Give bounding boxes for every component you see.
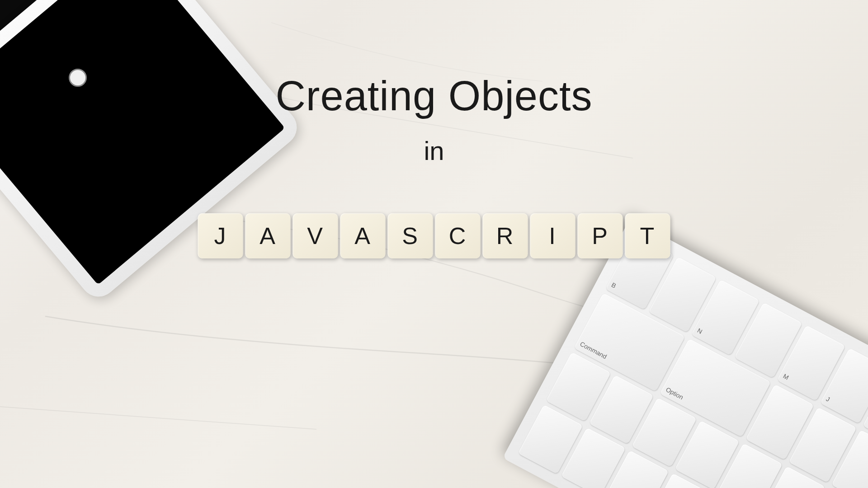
title-container: Creating Objects in [0,72,868,166]
tile-letter: P [578,213,623,258]
tile-letter: R [483,213,528,258]
tile-letter: C [435,213,481,258]
main-heading: Creating Objects [0,72,868,120]
tile-letter: A [245,213,291,258]
scrabble-tiles-row: J A V A S C R I P T [198,213,670,258]
tile-letter: I [530,213,576,258]
tile-letter: V [293,213,338,258]
tile-letter: A [340,213,386,258]
tile-letter: T [625,213,670,258]
sub-heading: in [0,136,868,166]
tile-letter: S [388,213,433,258]
tile-letter: J [198,213,243,258]
